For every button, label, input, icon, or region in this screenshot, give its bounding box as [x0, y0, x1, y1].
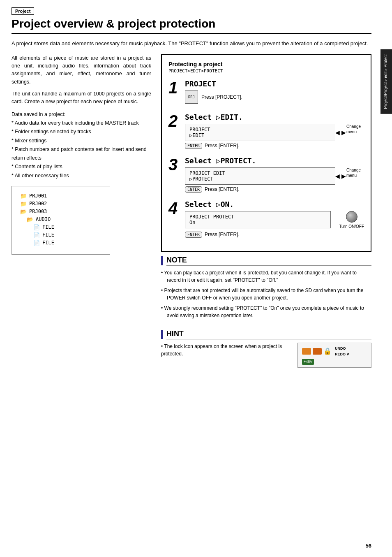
enter-button-4: ENTER	[185, 232, 202, 238]
protect-box: Protecting a project PROJECT>EDIT>PROTEC…	[161, 54, 371, 252]
step-2-content: Select ▷EDIT. PROJECT ▷EDIT Changemenu ◀…	[185, 113, 364, 149]
hint-bar-icon	[161, 330, 163, 339]
step-4-number: 4	[168, 200, 181, 238]
page-title: Project overview & project protection	[12, 17, 371, 34]
step-4-screen: PROJECT PROTECT On	[185, 211, 331, 228]
lock-icon: 🔒	[323, 346, 332, 356]
knob-icon	[346, 211, 357, 223]
note-title: NOTE	[166, 256, 371, 266]
step-3-enter: ENTER Press [ENTER].	[185, 186, 364, 193]
left-para2: The unit can handle a maximum of 1000 pr…	[12, 90, 151, 106]
step-4-enter: ENTER Press [ENTER].	[185, 232, 364, 238]
step-2-change-menu: Changemenu	[346, 124, 361, 135]
step-2-screen-line1: PROJECT	[189, 127, 331, 132]
folder-file3: 📄 FILE	[33, 240, 101, 246]
step-2-arrows: ◀ ▶	[335, 129, 346, 136]
step-3-screen-line2: ▷PROTECT	[189, 176, 331, 182]
step-3-screen-wrapper: PROJECT EDIT ▷PROTECT Changemenu ◀ ▶	[185, 167, 335, 185]
sidebar-tab: Project/Project＞edit＞Protect	[380, 49, 392, 114]
step-3-instruction: Press [ENTER].	[205, 186, 240, 192]
note-bar-icon	[161, 256, 163, 265]
step-3-arrows: ◀ ▶	[335, 173, 346, 179]
folder-file1: 📄 FILE	[33, 224, 101, 230]
step-2-number: 2	[168, 113, 181, 149]
data-saved-section: Data saved in a project: * Audio data fo…	[12, 110, 151, 180]
step-4-knob-section: Turn ON/OFF	[339, 211, 364, 229]
step-3-screen: PROJECT EDIT ▷PROTECT	[185, 167, 335, 185]
file-icon-2: 📄	[33, 232, 40, 238]
step-1-instruction: Press [PROJECT].	[201, 94, 242, 100]
step-3-number: 3	[168, 156, 181, 193]
48v-label: +48V	[302, 359, 314, 365]
step-2-enter: ENTER Press [ENTER].	[185, 143, 364, 149]
file-icon-3: 📄	[33, 240, 40, 246]
step-2-instruction: Press [ENTER].	[205, 143, 240, 149]
data-item-1: * Folder settings selected by tracks	[12, 128, 151, 136]
project-button-icon: PRJ	[185, 91, 198, 104]
breadcrumb: Project	[12, 7, 34, 15]
turn-onoff-label: Turn ON/OFF	[339, 224, 364, 229]
protect-box-subtitle: PROJECT>EDIT>PROTECT	[168, 68, 364, 74]
step-4-instruction: Press [ENTER].	[205, 232, 240, 237]
note-content: • You can play back a project when it is…	[161, 269, 371, 320]
folder-label-file2: FILE	[42, 232, 54, 238]
step-2-screen: PROJECT ▷EDIT	[185, 124, 335, 141]
file-icon-1: 📄	[33, 224, 40, 230]
sidebar-tab-label: Project/Project＞edit＞Protect	[383, 54, 388, 109]
step-4-screen-line1: PROJECT PROTECT	[189, 214, 326, 220]
hint-title: HINT	[166, 330, 371, 339]
step-2-screen-line2: ▷EDIT	[189, 132, 331, 138]
data-item-2: * Mixer settings	[12, 137, 151, 145]
folder-label-file1: FILE	[42, 224, 54, 230]
hint-header: HINT	[161, 330, 371, 339]
folder-icon-prj003: 📂	[20, 209, 27, 215]
folder-label-file3: FILE	[42, 240, 54, 246]
step-3-content: Select ▷PROTECT. PROJECT EDIT ▷PROTECT C…	[185, 156, 364, 193]
folder-label-prj001: PRJ001	[29, 193, 47, 199]
folder-label-prj002: PRJ002	[29, 201, 47, 207]
hint-orange-btn1	[302, 348, 311, 355]
step-2-label: Select ▷EDIT.	[185, 113, 364, 121]
left-column: All elements of a piece of music are sto…	[12, 54, 151, 368]
step-1: 1 PROJECT PRJ Press [PROJECT].	[168, 79, 364, 105]
left-para1: All elements of a piece of music are sto…	[12, 54, 151, 86]
folder-label-audio: AUDIO	[36, 216, 51, 222]
note-item-0: • You can play back a project when it is…	[161, 269, 371, 284]
step-3-change-menu: Changemenu	[346, 167, 361, 178]
undo-redo-labels: UNDOREDO P	[335, 346, 349, 357]
hint-content: • The lock icon appears on the screen wh…	[161, 343, 371, 368]
note-item-2: • We strongly recommend setting "PROTECT…	[161, 304, 371, 320]
data-saved-label: Data saved in a project:	[12, 110, 151, 119]
folder-file2: 📄 FILE	[33, 232, 101, 238]
folder-icon-prj002: 📁	[20, 201, 27, 207]
note-header: NOTE	[161, 256, 371, 266]
intro-text: A project stores data and elements neces…	[12, 39, 371, 48]
folder-prj003: 📂 PRJ003	[20, 209, 101, 215]
step-1-content: PROJECT PRJ Press [PROJECT].	[185, 79, 364, 105]
hint-text: • The lock icon appears on the screen wh…	[161, 343, 291, 357]
page-number: 56	[366, 543, 371, 549]
step-2: 2 Select ▷EDIT. PROJECT ▷EDIT Changemenu…	[168, 113, 364, 149]
step-3: 3 Select ▷PROTECT. PROJECT EDIT ▷PROTECT…	[168, 156, 364, 193]
hint-section: HINT • The lock icon appears on the scre…	[161, 330, 371, 368]
step-4-label: Select ▷ON.	[185, 200, 364, 209]
hint-screen-row1: 🔒 UNDOREDO P	[302, 346, 367, 357]
step-2-screen-wrapper: PROJECT ▷EDIT Changemenu ◀ ▶	[185, 124, 335, 141]
folder-icon-prj001: 📁	[20, 193, 27, 199]
folder-prj002: 📁 PRJ002	[20, 201, 101, 207]
data-item-4: * Contents of play lists	[12, 162, 151, 171]
step-1-label: PROJECT	[185, 79, 364, 88]
step-3-label: Select ▷PROTECT.	[185, 156, 364, 165]
step-1-number: 1	[168, 79, 181, 105]
step-4-content: Select ▷ON. PROJECT PROTECT On Turn ON	[185, 200, 364, 238]
step-4: 4 Select ▷ON. PROJECT PROTECT On	[168, 200, 364, 238]
folder-prj001: 📁 PRJ001	[20, 193, 101, 199]
step-3-screen-line1: PROJECT EDIT	[189, 170, 331, 176]
folder-diagram: 📁 PRJ001 📁 PRJ002 📂 PRJ003 📂 AUDIO	[12, 186, 110, 255]
protect-box-title: Protecting a project	[168, 61, 364, 67]
step-4-screen-container: PROJECT PROTECT On	[185, 211, 331, 230]
data-item-0: * Audio data for every track including t…	[12, 119, 151, 128]
note-section: NOTE • You can play back a project when …	[161, 256, 371, 320]
enter-button-2: ENTER	[185, 143, 202, 149]
folder-label-prj003: PRJ003	[29, 209, 47, 214]
